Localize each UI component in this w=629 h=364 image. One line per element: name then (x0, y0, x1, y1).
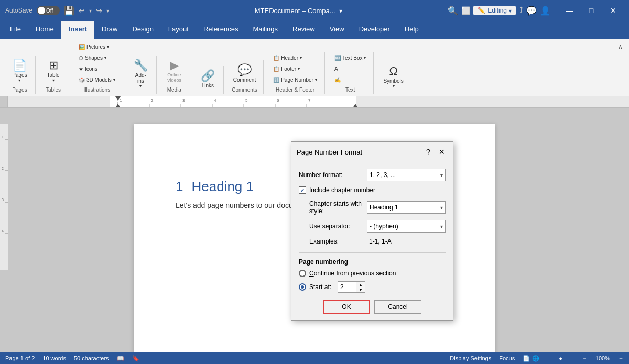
pictures-btn[interactable]: 🖼️ Pictures ▾ (75, 42, 112, 52)
tab-view[interactable]: View (322, 21, 352, 39)
start-at-radio[interactable] (299, 283, 306, 291)
dialog-body: Number format: 1, 2, 3, ... ▾ ✓ Include … (291, 162, 453, 320)
tab-review[interactable]: Review (285, 21, 322, 39)
start-at-control[interactable]: 2 ▲ ▼ (338, 281, 365, 293)
signature-icon: ✍ (334, 77, 341, 83)
share-icon[interactable]: ⤴ (519, 6, 523, 15)
tab-design[interactable]: Design (125, 21, 160, 39)
include-chapter-row: ✓ Include chapter number (299, 186, 446, 194)
redo-icon[interactable]: ↪ (96, 6, 102, 15)
number-format-row: Number format: 1, 2, 3, ... ▾ (299, 169, 446, 181)
svg-text:7: 7 (308, 98, 311, 103)
focus-btn[interactable]: Focus (499, 355, 515, 361)
table-btn[interactable]: ⊞ Table ▾ (43, 57, 64, 85)
ruler-svg: 1 2 3 4 5 6 7 (8, 96, 629, 108)
tab-references[interactable]: References (196, 21, 245, 39)
dialog-title: Page Number Format (297, 148, 362, 156)
start-at-increment[interactable]: ▲ (356, 282, 365, 287)
group-addins: 🔧 Add- ins ▾ (125, 56, 157, 94)
proofing-icon[interactable]: 📖 (117, 355, 124, 362)
autosave-toggle-knob (38, 7, 45, 14)
undo-icon[interactable]: ↩ (79, 6, 85, 15)
icons-btn[interactable]: ★ Icons (75, 64, 101, 74)
start-at-decrement[interactable]: ▼ (356, 287, 365, 292)
editing-btn[interactable]: ✏️ Editing ▾ (473, 6, 516, 15)
tab-developer[interactable]: Developer (352, 21, 397, 39)
number-format-select[interactable]: 1, 2, 3, ... ▾ (367, 169, 446, 181)
text-box-icon: 🔤 (334, 55, 341, 61)
footer-btn[interactable]: 📋 Footer ▾ (270, 64, 303, 74)
header-btn[interactable]: 📋 Header ▾ (270, 53, 305, 63)
tab-draw[interactable]: Draw (94, 21, 125, 39)
start-at-label: Start at: (309, 283, 331, 291)
display-settings-btn[interactable]: Display Settings (450, 355, 491, 361)
minimize-btn[interactable]: — (559, 0, 580, 21)
maximize-btn[interactable]: □ (581, 0, 602, 21)
online-videos-btn[interactable]: ▶ Online Videos (164, 57, 185, 85)
chapter-style-label: Chapter starts with style: (299, 200, 367, 215)
pages-btn[interactable]: 📄 Pages ▾ (9, 57, 30, 85)
tab-mailings[interactable]: Mailings (245, 21, 285, 39)
addins-btn[interactable]: 🔧 Add- ins ▾ (130, 57, 151, 91)
chapter-style-select[interactable]: Heading 1 ▾ (367, 201, 446, 214)
page-status: Page 1 of 2 (5, 355, 35, 361)
signature-btn[interactable]: ✍ (331, 75, 352, 85)
continue-radio[interactable] (299, 270, 306, 277)
tab-insert[interactable]: Insert (61, 21, 94, 39)
track-changes-icon[interactable]: 🔖 (132, 355, 139, 362)
zoom-plus-btn[interactable]: ＋ (618, 355, 624, 362)
links-btn[interactable]: 🔗 Links (197, 67, 218, 91)
svg-text:4: 4 (2, 229, 4, 233)
autosave-toggle[interactable]: Off (37, 6, 60, 15)
tab-file[interactable]: File (3, 21, 28, 39)
dialog-help-btn[interactable]: ? (422, 146, 434, 158)
3d-models-btn[interactable]: 🎲 3D Models ▾ (75, 75, 118, 85)
ok-button[interactable]: OK (323, 300, 370, 314)
continue-radio-row: Continue from previous section (299, 270, 446, 277)
print-layout-icon[interactable]: 📄 (523, 355, 530, 362)
start-at-radio-row: Start at: 2 ▲ ▼ (299, 281, 446, 293)
user-icon[interactable]: 👤 (540, 6, 550, 16)
text-box-btn[interactable]: 🔤 Text Box ▾ (331, 53, 370, 63)
svg-text:2: 2 (2, 167, 4, 170)
include-chapter-checkbox[interactable]: ✓ (299, 186, 306, 194)
continue-label: Continue from previous section (309, 270, 396, 277)
cancel-button[interactable]: Cancel (374, 300, 421, 314)
separator-select[interactable]: - (hyphen) ▾ (367, 220, 446, 233)
title-right-actions: 🔍 ⬜ ✏️ Editing ▾ ⤴ 💬 👤 — □ ✕ (448, 0, 624, 21)
save-icon[interactable]: 💾 (64, 6, 74, 16)
footer-icon: 📋 (273, 66, 279, 72)
svg-text:6: 6 (277, 98, 279, 103)
close-btn[interactable]: ✕ (603, 0, 624, 21)
zoom-minus-btn[interactable]: － (582, 355, 588, 362)
tab-help[interactable]: Help (397, 21, 426, 39)
shapes-btn[interactable]: ⬡ Shapes ▾ (75, 53, 110, 63)
start-at-value[interactable]: 2 (338, 282, 356, 292)
undo-dropdown-icon[interactable]: ▾ (89, 8, 92, 14)
group-text: 🔤 Text Box ▾ A ✍ Text (327, 52, 374, 94)
svg-text:3: 3 (2, 198, 4, 202)
examples-label: Examples: (299, 238, 367, 245)
text-effects-btn[interactable]: A (331, 64, 352, 74)
svg-rect-20 (0, 124, 8, 270)
ruler-corner (0, 96, 8, 107)
page-number-btn[interactable]: 🔢 Page Number ▾ (270, 75, 320, 85)
svg-rect-1 (110, 96, 356, 108)
group-illustrations: 🖼️ Pictures ▾ ⬡ Shapes ▾ ★ Icons 🎲 3D Mo… (71, 41, 123, 94)
tab-layout[interactable]: Layout (161, 21, 196, 39)
dialog-close-btn[interactable]: ✕ (436, 146, 448, 158)
ribbon-collapse-icon[interactable]: ⬜ (461, 6, 470, 15)
comment-icon: 💬 (237, 63, 252, 77)
separator-label: Use separator: (299, 223, 367, 230)
web-layout-icon[interactable]: 🌐 (532, 355, 539, 362)
search-icon[interactable]: 🔍 (448, 6, 458, 16)
comments-icon[interactable]: 💬 (526, 6, 537, 16)
view-mode-icons: 📄 🌐 (523, 355, 539, 362)
number-format-dropdown-icon: ▾ (440, 172, 443, 178)
ribbon-collapse-arrow[interactable]: ∧ (616, 41, 625, 52)
comment-btn[interactable]: 💬 Comment (230, 61, 259, 85)
customize-icon[interactable]: ▾ (106, 8, 109, 14)
symbols-btn[interactable]: Ω Symbols ▾ (380, 62, 406, 91)
zoom-slider[interactable]: ——●—— (547, 355, 574, 361)
tab-home[interactable]: Home (28, 21, 61, 39)
